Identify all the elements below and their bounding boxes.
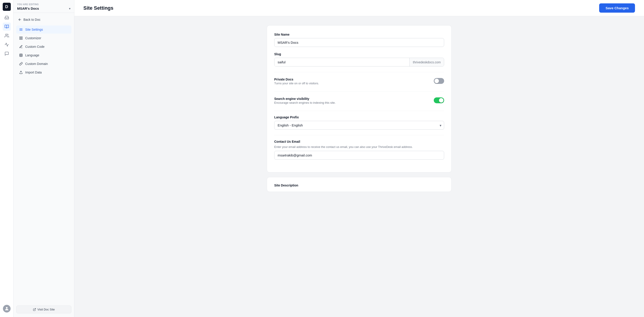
- sidebar-item-custom-domain[interactable]: Custom Domain: [16, 60, 72, 68]
- language-prefix-select-wrap: English - English Spanish - Español Fren…: [274, 121, 444, 130]
- slug-input[interactable]: [274, 58, 410, 66]
- visit-doc-site-button[interactable]: Visit Doc Site: [16, 305, 72, 313]
- save-changes-button[interactable]: Save Changes: [599, 4, 635, 13]
- svg-point-0: [6, 34, 7, 36]
- search-visibility-desc: Encourage search engines to indexing thi…: [274, 101, 430, 104]
- private-docs-thumb: [434, 79, 439, 83]
- chevron-down-icon: ▾: [69, 7, 70, 10]
- search-visibility-toggle[interactable]: [434, 97, 444, 103]
- main-settings-content: Site Name Slug thrivedeskdocs.com Privat…: [258, 16, 460, 201]
- page-title: Site Settings: [83, 5, 113, 11]
- sidebar-footer: Visit Doc Site: [14, 302, 74, 317]
- private-docs-label: Private Docs: [274, 78, 430, 81]
- custom-domain-icon: [19, 62, 23, 66]
- divider-1: [274, 72, 444, 72]
- chat-icon[interactable]: [3, 50, 11, 58]
- visit-btn-label: Visit Doc Site: [38, 308, 55, 311]
- settings-card: Site Name Slug thrivedeskdocs.com Privat…: [267, 25, 452, 172]
- editing-label: YOU ARE EDITING: [17, 3, 70, 6]
- svg-line-15: [34, 308, 36, 309]
- svg-rect-9: [20, 38, 21, 40]
- site-settings-icon: [19, 28, 23, 32]
- site-name-input[interactable]: [274, 38, 444, 47]
- svg-rect-8: [21, 38, 22, 40]
- users-icon[interactable]: [3, 32, 11, 40]
- private-docs-track[interactable]: [434, 78, 444, 84]
- slug-domain: thrivedeskdocs.com: [410, 58, 444, 66]
- search-visibility-field-group: Search engine visibility Encourage searc…: [274, 96, 444, 105]
- user-avatar[interactable]: [3, 305, 10, 312]
- private-docs-field-group: Private Docs Turns your site on or off t…: [274, 77, 444, 86]
- site-settings-label: Site Settings: [25, 28, 43, 31]
- back-arrow-icon: [18, 18, 22, 22]
- site-name-field-group: Site Name: [274, 33, 444, 47]
- divider-3: [274, 111, 444, 111]
- back-link-label: Back to Doc: [24, 18, 40, 22]
- contact-email-desc: Enter your email address to receive the …: [274, 145, 444, 149]
- import-data-label: Import Data: [25, 71, 42, 74]
- language-prefix-field-group: Language Prefix English - English Spanis…: [274, 115, 444, 130]
- slug-label: Slug: [274, 52, 444, 56]
- customizer-label: Customizer: [25, 36, 41, 40]
- contact-email-input[interactable]: [274, 151, 444, 160]
- divider-2: [274, 91, 444, 92]
- inbox-icon[interactable]: [3, 14, 11, 22]
- sidebar-header: YOU ARE EDITING MSAR's Docs ▾: [14, 0, 74, 13]
- import-data-icon: [19, 70, 23, 74]
- doc-name: MSAR's Docs: [17, 7, 39, 10]
- language-label: Language: [25, 54, 39, 57]
- private-docs-info: Private Docs Turns your site on or off t…: [274, 78, 430, 85]
- slug-row: thrivedeskdocs.com: [274, 58, 444, 67]
- back-to-doc-link[interactable]: Back to Doc: [16, 17, 72, 23]
- main-header: Site Settings Save Changes: [74, 0, 644, 16]
- language-prefix-select[interactable]: English - English Spanish - Español Fren…: [274, 121, 444, 130]
- custom-code-label: Custom Code: [25, 45, 44, 49]
- doc-selector[interactable]: MSAR's Docs ▾: [17, 7, 70, 10]
- sidebar-item-site-settings[interactable]: Site Settings: [16, 26, 72, 34]
- customizer-icon: [19, 36, 23, 40]
- site-description-label: Site Description: [274, 184, 444, 187]
- site-name-label: Site Name: [274, 33, 444, 36]
- search-visibility-thumb: [439, 98, 444, 103]
- sidebar-item-language[interactable]: Language: [16, 51, 72, 59]
- svg-rect-6: [20, 37, 21, 38]
- sidebar-item-customizer[interactable]: Customizer: [16, 34, 72, 42]
- external-link-icon: [33, 308, 36, 311]
- sidebar-item-custom-code[interactable]: Custom Code: [16, 43, 72, 51]
- sidebar: YOU ARE EDITING MSAR's Docs ▾ Back to Do…: [14, 0, 74, 317]
- custom-code-icon: [19, 45, 23, 49]
- search-visibility-info: Search engine visibility Encourage searc…: [274, 97, 430, 104]
- slug-field-group: Slug thrivedeskdocs.com: [274, 52, 444, 67]
- private-docs-toggle[interactable]: [434, 78, 444, 84]
- svg-point-1: [6, 307, 8, 309]
- app-logo: D: [3, 3, 11, 11]
- private-docs-desc: Turns your site on or off to visitors.: [274, 82, 430, 85]
- search-visibility-label: Search engine visibility: [274, 97, 430, 101]
- site-description-card: Site Description: [267, 177, 452, 192]
- language-icon: [19, 53, 23, 57]
- main-content-area: Site Settings Save Changes Site Name Slu…: [74, 0, 644, 317]
- icon-rail: D: [0, 0, 14, 317]
- custom-domain-label: Custom Domain: [25, 62, 48, 66]
- search-visibility-track[interactable]: [434, 97, 444, 103]
- activity-icon[interactable]: [3, 41, 11, 49]
- contact-email-field-group: Contact Us Email Enter your email addres…: [274, 140, 444, 160]
- docs-icon[interactable]: [3, 23, 11, 31]
- divider-4: [274, 135, 444, 135]
- contact-email-label: Contact Us Email: [274, 140, 444, 143]
- sidebar-nav: Back to Doc Site Settings Customizer Cus…: [14, 13, 74, 302]
- sidebar-item-import-data[interactable]: Import Data: [16, 68, 72, 76]
- svg-rect-7: [21, 37, 22, 38]
- language-prefix-label: Language Prefix: [274, 115, 444, 119]
